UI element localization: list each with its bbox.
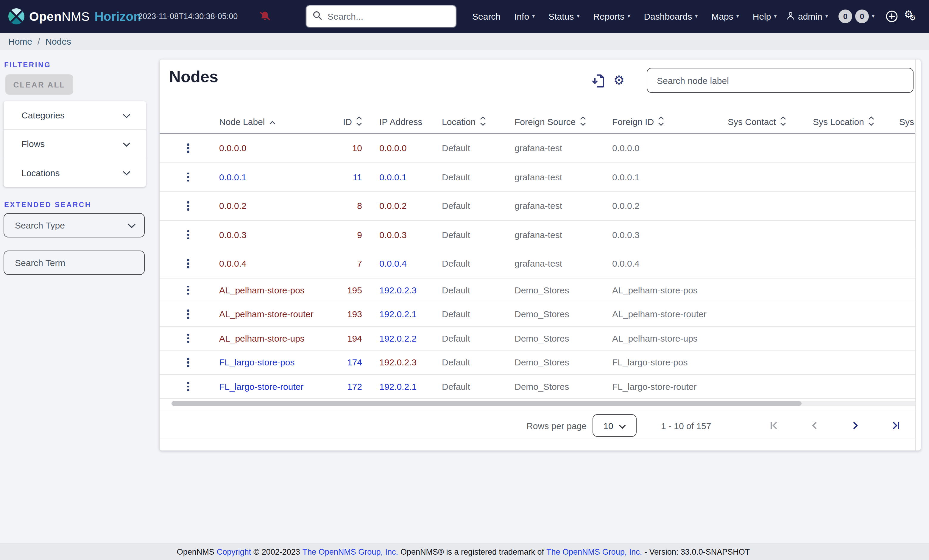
clear-all-button[interactable]: CLEAR ALL xyxy=(5,74,73,95)
node-id-link[interactable]: 172 xyxy=(314,375,362,398)
row-actions-kebab-icon[interactable] xyxy=(183,249,193,278)
footer-copyright-link[interactable]: Copyright xyxy=(217,547,251,556)
row-actions-kebab-icon[interactable] xyxy=(183,134,193,162)
nav-item-search[interactable]: Search xyxy=(472,11,501,21)
node-foreign-source: grafana-test xyxy=(515,249,562,278)
node-ip-link[interactable]: 0.0.0.3 xyxy=(379,220,407,249)
node-ip-link[interactable]: 192.0.2.2 xyxy=(379,326,417,350)
sort-both-icon xyxy=(356,116,362,128)
row-actions-kebab-icon[interactable] xyxy=(183,350,193,374)
accordion-flows[interactable]: Flows xyxy=(3,130,146,158)
node-id-link[interactable]: 195 xyxy=(314,278,362,302)
nav-item-status[interactable]: Status▾ xyxy=(549,11,579,21)
column-header-sys-contact[interactable]: Sys Contact xyxy=(728,111,786,133)
next-page-button[interactable] xyxy=(849,420,861,432)
row-actions-kebab-icon[interactable] xyxy=(183,191,193,220)
horizontal-scrollbar-thumb[interactable] xyxy=(172,401,802,406)
nav-item-dashboards[interactable]: Dashboards▾ xyxy=(644,11,698,21)
column-header-ip-address[interactable]: IP Address xyxy=(379,111,423,133)
column-header-location[interactable]: Location xyxy=(442,111,486,133)
nav-item-reports[interactable]: Reports▾ xyxy=(593,11,630,21)
table-row: 0.0.0.3 9 0.0.0.3 Default grafana-test 0… xyxy=(159,220,921,249)
node-ip-link[interactable]: 192.0.2.1 xyxy=(379,302,417,326)
column-header-id[interactable]: ID xyxy=(314,111,362,133)
node-ip-link[interactable]: 192.0.2.3 xyxy=(379,278,417,302)
node-id-link[interactable]: 7 xyxy=(314,249,362,278)
row-actions-kebab-icon[interactable] xyxy=(183,375,193,398)
node-ip-link[interactable]: 0.0.0.4 xyxy=(379,249,407,278)
search-term-input[interactable] xyxy=(15,258,122,268)
row-actions-kebab-icon[interactable] xyxy=(183,163,193,191)
node-label-link[interactable]: 0.0.0.1 xyxy=(219,163,247,191)
node-foreign-id: 0.0.0.2 xyxy=(612,191,639,220)
node-id-link[interactable]: 193 xyxy=(314,302,362,326)
node-label-link[interactable]: FL_largo-store-pos xyxy=(219,350,294,374)
node-foreign-source: Demo_Stores xyxy=(515,302,569,326)
node-foreign-source: grafana-test xyxy=(515,163,562,191)
node-location: Default xyxy=(442,302,470,326)
node-label-link[interactable]: AL_pelham-store-ups xyxy=(219,326,305,350)
row-actions-kebab-icon[interactable] xyxy=(183,220,193,249)
node-ip-link[interactable]: 0.0.0.2 xyxy=(379,191,407,220)
chevron-down-icon xyxy=(123,110,130,121)
node-ip-link[interactable]: 0.0.0.1 xyxy=(379,163,407,191)
node-id-link[interactable]: 194 xyxy=(314,326,362,350)
footer-group-link-2[interactable]: The OpenNMS Group, Inc. xyxy=(546,547,642,556)
last-page-button[interactable] xyxy=(890,420,901,432)
horizontal-scrollbar[interactable] xyxy=(172,401,917,406)
row-actions-kebab-icon[interactable] xyxy=(183,302,193,326)
notification-badges[interactable]: 00▾ xyxy=(839,0,874,33)
pagination-bar: Rows per page 10 1 - 10 of 157 xyxy=(159,411,915,439)
node-id-link[interactable]: 174 xyxy=(314,350,362,374)
node-id-link[interactable]: 11 xyxy=(314,163,362,191)
chevron-down-icon xyxy=(127,220,136,231)
node-id-link[interactable]: 10 xyxy=(314,134,362,162)
footer-group-link[interactable]: The OpenNMS Group, Inc. xyxy=(302,547,398,556)
search-type-select[interactable]: Search Type xyxy=(3,213,145,237)
table-row: 0.0.0.1 11 0.0.0.1 Default grafana-test … xyxy=(159,163,921,191)
node-label-link[interactable]: 0.0.0.0 xyxy=(219,134,247,162)
node-id-link[interactable]: 8 xyxy=(314,191,362,220)
add-circle-icon[interactable] xyxy=(886,10,898,25)
nav-item-maps[interactable]: Maps▾ xyxy=(711,11,739,21)
accordion-locations[interactable]: Locations xyxy=(3,158,146,187)
first-page-button[interactable] xyxy=(768,420,780,432)
column-header-node-label[interactable]: Node Label xyxy=(219,111,276,133)
notification-count-badge[interactable]: 0 xyxy=(839,9,852,23)
node-label-link[interactable]: 0.0.0.3 xyxy=(219,220,247,249)
node-foreign-id: AL_pelham-store-pos xyxy=(612,278,698,302)
node-label-link[interactable]: 0.0.0.2 xyxy=(219,191,247,220)
notification-count-badge[interactable]: 0 xyxy=(855,9,869,23)
node-label-link[interactable]: FL_largo-store-router xyxy=(219,375,304,398)
nav-item-help[interactable]: Help▾ xyxy=(753,11,777,21)
node-id-link[interactable]: 9 xyxy=(314,220,362,249)
vertical-scrollbar[interactable] xyxy=(915,60,921,450)
breadcrumb-nodes-link[interactable]: Nodes xyxy=(45,36,71,46)
node-ip-link[interactable]: 192.0.2.1 xyxy=(379,375,417,398)
nav-item-info[interactable]: Info▾ xyxy=(514,11,535,21)
column-header-foreign-id[interactable]: Foreign ID xyxy=(612,111,664,133)
column-header-sys-location[interactable]: Sys Location xyxy=(813,111,874,133)
breadcrumb-home-link[interactable]: Home xyxy=(8,36,32,46)
table-settings-gear-icon[interactable]: ⚙ xyxy=(613,74,625,86)
table-body: 0.0.0.0 10 0.0.0.0 Default grafana-test … xyxy=(159,134,921,399)
global-search-input[interactable] xyxy=(328,11,441,21)
rows-per-page-select[interactable]: 10 xyxy=(593,414,636,437)
node-label-search-input[interactable] xyxy=(647,68,914,93)
node-location: Default xyxy=(442,350,470,374)
column-header-foreign-source[interactable]: Foreign Source xyxy=(515,111,586,133)
node-label-link[interactable]: 0.0.0.4 xyxy=(219,249,247,278)
node-label-link[interactable]: AL_pelham-store-router xyxy=(219,302,314,326)
node-ip-link[interactable]: 0.0.0.0 xyxy=(379,134,407,162)
row-actions-kebab-icon[interactable] xyxy=(183,326,193,350)
row-actions-kebab-icon[interactable] xyxy=(183,278,193,302)
nav-item-admin[interactable]: admin ▾ xyxy=(786,0,828,33)
accordion-categories[interactable]: Categories xyxy=(3,101,146,130)
notifications-off-bell-icon[interactable] xyxy=(259,10,271,24)
previous-page-button[interactable] xyxy=(809,420,821,432)
node-ip-link[interactable]: 192.0.2.3 xyxy=(379,350,417,374)
settings-gears-icon[interactable]: ⚙⚙ xyxy=(904,8,916,22)
brand[interactable]: OpenNMS Horizon xyxy=(8,0,141,33)
export-download-icon[interactable] xyxy=(592,74,605,90)
node-label-link[interactable]: AL_pelham-store-pos xyxy=(219,278,305,302)
